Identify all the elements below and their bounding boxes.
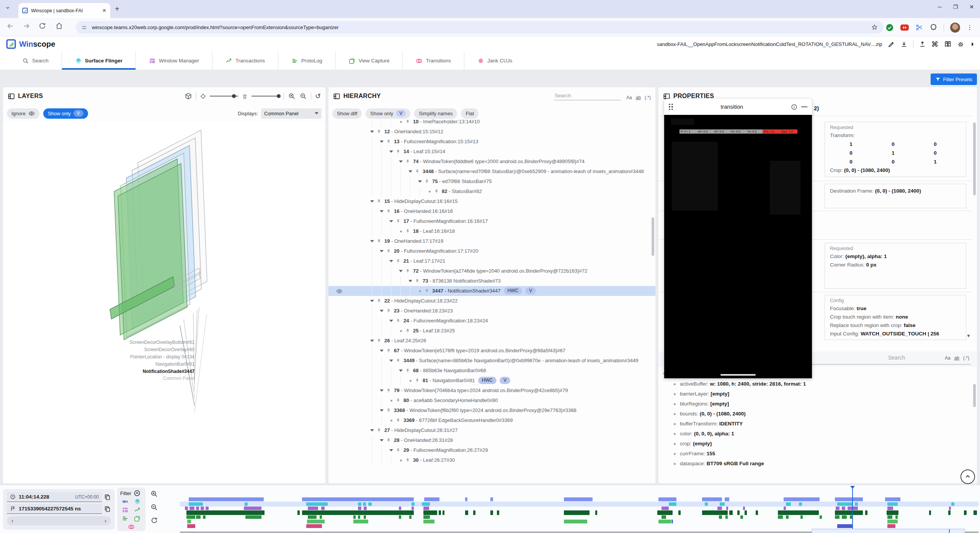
pin-icon[interactable]	[405, 159, 410, 164]
timeline-minimap[interactable]	[180, 529, 978, 533]
pin-icon[interactable]	[396, 398, 400, 403]
trace-entry-block[interactable]	[307, 520, 325, 523]
trace-entry-block[interactable]	[784, 507, 786, 510]
trace-entry-block[interactable]	[308, 507, 318, 510]
regex-toggle[interactable]: (.*)	[963, 355, 969, 361]
rotation-slider[interactable]	[210, 96, 238, 96]
tab-protolog[interactable]: ProtoLog	[278, 52, 335, 70]
tab-transitions[interactable]: Transitions	[402, 52, 464, 70]
expand-chevron-icon[interactable]	[408, 167, 413, 177]
tree-row-25[interactable]: 25 - Leaf:18:23#25	[328, 326, 655, 336]
trace-entry-block[interactable]	[720, 502, 725, 506]
pin-icon[interactable]	[396, 418, 400, 423]
pin-icon[interactable]	[434, 189, 439, 194]
trace-entry-block[interactable]	[473, 510, 475, 515]
expand-chevron-icon[interactable]	[370, 236, 374, 246]
expand-chevron-icon[interactable]	[379, 206, 384, 216]
trace-entry-block[interactable]	[364, 507, 367, 510]
pin-icon[interactable]	[377, 338, 381, 343]
tree-row-3449[interactable]: 3449 - Surface(name=885b63e NavigationBa…	[328, 356, 655, 366]
reload-icon[interactable]	[38, 22, 46, 30]
pin-icon[interactable]	[377, 299, 381, 303]
transitions-track[interactable]	[180, 524, 978, 528]
trace-entry-block[interactable]	[490, 497, 493, 501]
pin-icon[interactable]	[386, 209, 391, 214]
properties-scrollbar[interactable]	[973, 123, 976, 195]
trace-entry-block[interactable]	[948, 510, 951, 515]
tree-row-16[interactable]: 16 - OneHanded:16:16#16	[328, 206, 655, 216]
zoom-window[interactable]	[812, 529, 965, 533]
tree-row-75[interactable]: 75 - ed70f88 StatusBar#75	[328, 177, 655, 186]
expand-chevron-icon[interactable]	[399, 366, 403, 376]
pin-icon[interactable]	[396, 358, 400, 363]
tree-row-68[interactable]: 68 - 885b63e NavigationBar0#68	[328, 366, 655, 376]
trace-entry-block[interactable]	[245, 502, 248, 506]
shortcuts-icon[interactable]: ⌘	[931, 40, 939, 49]
tree-row-3447[interactable]: 3447 - NotificationShade#3447HWCV	[328, 286, 655, 296]
pin-icon[interactable]	[405, 229, 410, 234]
trace-entry-block[interactable]	[423, 515, 430, 519]
layer-label[interactable]: PointerLocation - display 0#134	[130, 354, 194, 360]
trace-entry-block[interactable]	[187, 524, 195, 528]
trace-entry-block[interactable]	[302, 497, 414, 501]
trace-entry-block[interactable]	[595, 510, 597, 515]
trace-entry-block[interactable]	[887, 510, 898, 515]
trace-entry-block[interactable]	[658, 497, 677, 501]
trace-entry-block[interactable]	[657, 510, 673, 515]
tree-row-26[interactable]: 26 - Leaf:24:25#26	[328, 336, 655, 346]
trace-entry-block[interactable]	[725, 515, 728, 519]
timeline-cursor[interactable]	[852, 487, 853, 529]
tree-row-12[interactable]: 12 - OneHanded:15:15#12	[328, 127, 655, 137]
layer-label[interactable]: Common Panel	[163, 376, 194, 381]
trace-entry-block[interactable]	[737, 510, 740, 515]
drag-handle[interactable]	[669, 104, 673, 110]
trace-entry-block[interactable]	[186, 515, 195, 519]
screen-recording-icon[interactable]	[122, 498, 129, 505]
expand-chevron-icon[interactable]	[389, 147, 394, 157]
copy-icon[interactable]	[104, 506, 111, 512]
timeline-zoom-in-icon[interactable]	[150, 490, 158, 498]
pin-icon[interactable]	[415, 279, 420, 283]
transition-overlay[interactable]: transition — P: 0 / 1dX: 0.0dY: 0.0Xv: 0…	[664, 99, 812, 378]
trace-entry-block[interactable]	[887, 524, 895, 528]
expand-chevron-icon[interactable]	[389, 256, 394, 266]
tree-row-10[interactable]: 10 - ImePlaceholder:13:14#10	[328, 117, 655, 127]
tree-row-14[interactable]: 14 - Leaf:15:15#14	[328, 147, 655, 157]
tree-row-28[interactable]: 28 - OneHanded:26:31#28	[328, 435, 655, 445]
match-word-toggle[interactable]: ab	[636, 95, 641, 100]
trace-entry-block[interactable]	[895, 515, 898, 519]
trace-entry-block[interactable]	[836, 507, 840, 510]
trace-entry-block[interactable]	[564, 510, 590, 515]
timeline-zoom-out-icon[interactable]	[150, 503, 158, 511]
surface-flinger-track[interactable]	[180, 502, 978, 506]
property-row[interactable]: color: (0, 0, 0), alpha: 1	[658, 429, 977, 439]
match-word-toggle[interactable]: ab	[954, 355, 959, 361]
tree-row-24[interactable]: 24 - FullscreenMagnification:18:23#24	[328, 316, 655, 326]
pin-icon[interactable]	[405, 368, 410, 373]
expand-chevron-icon[interactable]	[379, 137, 384, 147]
tree-row-3448[interactable]: 3448 - Surface(name=ed70f88 StatusBar)/@…	[328, 167, 655, 177]
property-row[interactable]: barrierLayer: [empty]	[658, 389, 977, 399]
trace-entry-block[interactable]	[702, 497, 722, 501]
property-row[interactable]: crop: {empty}	[658, 439, 977, 449]
trace-entry-block[interactable]	[358, 515, 360, 519]
window-minimize-button[interactable]: ─	[938, 4, 942, 10]
human-time-field[interactable]: 11:04:14.228 UTC+00:00	[7, 492, 102, 502]
trace-entry-block[interactable]	[729, 510, 732, 515]
trace-entry-block[interactable]	[837, 524, 853, 528]
trace-entry-block[interactable]	[185, 507, 188, 510]
trace-entry-block[interactable]	[368, 502, 371, 506]
tree-row-3369[interactable]: 3369 - 67726bf EdgeBackGestureHandler0#3…	[328, 415, 655, 425]
pin-icon[interactable]	[415, 169, 420, 174]
upload-icon[interactable]	[919, 41, 926, 48]
trace-entry-block[interactable]	[358, 507, 361, 510]
trace-entry-block[interactable]	[951, 502, 954, 506]
trace-entry-block[interactable]	[786, 515, 788, 519]
minimize-overlay-icon[interactable]: —	[801, 103, 807, 110]
pin-icon[interactable]	[425, 179, 429, 184]
tree-row-82[interactable]: 82 - StatusBar#82	[328, 186, 655, 196]
trace-entry-block[interactable]	[705, 502, 708, 506]
tab-surface-flinger[interactable]: Surface Flinger	[62, 52, 136, 70]
pin-icon[interactable]	[386, 348, 391, 353]
zoom-in-icon[interactable]	[288, 92, 296, 100]
